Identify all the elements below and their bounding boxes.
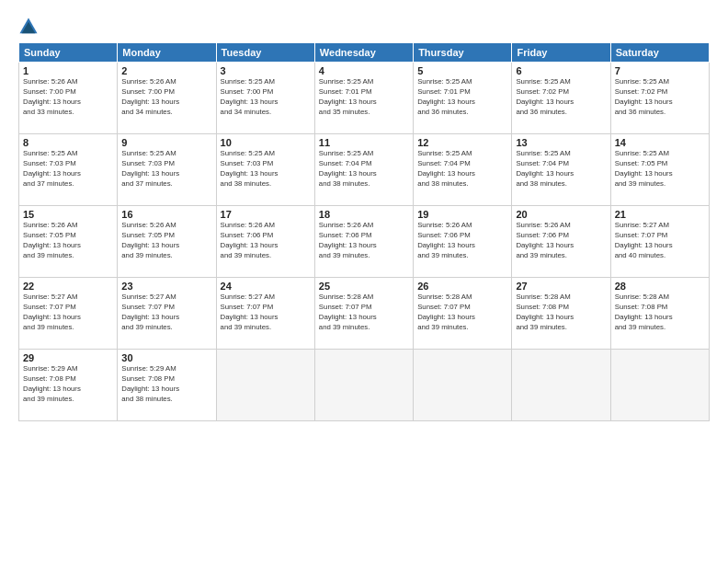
calendar-day-18: 18Sunrise: 5:26 AM Sunset: 7:06 PM Dayli… (314, 206, 413, 278)
day-number: 1 (23, 65, 113, 76)
calendar-day-12: 12Sunrise: 5:25 AM Sunset: 7:04 PM Dayli… (414, 134, 512, 206)
calendar-day-empty (610, 350, 709, 421)
day-number: 17 (221, 209, 311, 220)
day-number: 6 (516, 65, 606, 76)
calendar-day-2: 2Sunrise: 5:26 AM Sunset: 7:00 PM Daylig… (118, 63, 216, 134)
day-number: 14 (615, 137, 705, 148)
calendar-day-26: 26Sunrise: 5:28 AM Sunset: 7:07 PM Dayli… (414, 278, 512, 350)
calendar-day-9: 9Sunrise: 5:25 AM Sunset: 7:03 PM Daylig… (118, 134, 216, 206)
calendar-day-24: 24Sunrise: 5:27 AM Sunset: 7:07 PM Dayli… (216, 278, 314, 350)
col-header-wednesday: Wednesday (314, 43, 413, 63)
day-info: Sunrise: 5:29 AM Sunset: 7:08 PM Dayligh… (23, 364, 113, 405)
calendar-day-10: 10Sunrise: 5:25 AM Sunset: 7:03 PM Dayli… (216, 134, 314, 206)
day-number: 7 (615, 65, 705, 76)
logo (18, 17, 42, 37)
day-number: 28 (615, 281, 705, 292)
calendar-day-empty (216, 350, 314, 421)
calendar-day-6: 6Sunrise: 5:25 AM Sunset: 7:02 PM Daylig… (512, 63, 610, 134)
calendar-week-1: 1Sunrise: 5:26 AM Sunset: 7:00 PM Daylig… (19, 63, 710, 134)
day-number: 18 (319, 209, 409, 220)
calendar-day-empty (314, 350, 413, 421)
day-info: Sunrise: 5:25 AM Sunset: 7:02 PM Dayligh… (516, 77, 606, 118)
calendar-day-13: 13Sunrise: 5:25 AM Sunset: 7:04 PM Dayli… (512, 134, 610, 206)
day-number: 13 (516, 137, 606, 148)
day-number: 3 (221, 65, 311, 76)
day-info: Sunrise: 5:26 AM Sunset: 7:06 PM Dayligh… (516, 221, 606, 261)
day-info: Sunrise: 5:26 AM Sunset: 7:05 PM Dayligh… (23, 221, 113, 261)
calendar-week-5: 29Sunrise: 5:29 AM Sunset: 7:08 PM Dayli… (19, 350, 710, 421)
calendar-day-19: 19Sunrise: 5:26 AM Sunset: 7:06 PM Dayli… (414, 206, 512, 278)
day-number: 20 (516, 209, 606, 220)
day-info: Sunrise: 5:25 AM Sunset: 7:01 PM Dayligh… (319, 77, 409, 118)
day-info: Sunrise: 5:25 AM Sunset: 7:04 PM Dayligh… (319, 149, 409, 190)
day-info: Sunrise: 5:25 AM Sunset: 7:03 PM Dayligh… (121, 149, 211, 190)
calendar-day-7: 7Sunrise: 5:25 AM Sunset: 7:02 PM Daylig… (610, 63, 709, 134)
day-info: Sunrise: 5:25 AM Sunset: 7:02 PM Dayligh… (615, 77, 705, 118)
calendar-day-23: 23Sunrise: 5:27 AM Sunset: 7:07 PM Dayli… (118, 278, 216, 350)
calendar-day-5: 5Sunrise: 5:25 AM Sunset: 7:01 PM Daylig… (414, 63, 512, 134)
day-number: 16 (121, 209, 211, 220)
calendar-day-14: 14Sunrise: 5:25 AM Sunset: 7:05 PM Dayli… (610, 134, 709, 206)
day-info: Sunrise: 5:25 AM Sunset: 7:04 PM Dayligh… (417, 149, 507, 190)
col-header-thursday: Thursday (414, 43, 512, 63)
calendar-day-empty (414, 350, 512, 421)
day-number: 5 (417, 65, 507, 76)
day-info: Sunrise: 5:27 AM Sunset: 7:07 PM Dayligh… (615, 221, 705, 261)
calendar-day-21: 21Sunrise: 5:27 AM Sunset: 7:07 PM Dayli… (610, 206, 709, 278)
day-info: Sunrise: 5:27 AM Sunset: 7:07 PM Dayligh… (221, 293, 311, 333)
calendar-day-16: 16Sunrise: 5:26 AM Sunset: 7:05 PM Dayli… (118, 206, 216, 278)
day-info: Sunrise: 5:26 AM Sunset: 7:06 PM Dayligh… (221, 221, 311, 261)
calendar-day-3: 3Sunrise: 5:25 AM Sunset: 7:00 PM Daylig… (216, 63, 314, 134)
day-info: Sunrise: 5:26 AM Sunset: 7:00 PM Dayligh… (121, 77, 211, 118)
calendar-week-4: 22Sunrise: 5:27 AM Sunset: 7:07 PM Dayli… (19, 278, 710, 350)
calendar-day-17: 17Sunrise: 5:26 AM Sunset: 7:06 PM Dayli… (216, 206, 314, 278)
calendar-day-1: 1Sunrise: 5:26 AM Sunset: 7:00 PM Daylig… (19, 63, 118, 134)
day-number: 26 (417, 281, 507, 292)
day-info: Sunrise: 5:26 AM Sunset: 7:06 PM Dayligh… (319, 221, 409, 261)
day-number: 8 (23, 137, 113, 148)
page: SundayMondayTuesdayWednesdayThursdayFrid… (0, 0, 728, 563)
day-number: 21 (615, 209, 705, 220)
day-info: Sunrise: 5:28 AM Sunset: 7:07 PM Dayligh… (417, 293, 507, 333)
day-info: Sunrise: 5:27 AM Sunset: 7:07 PM Dayligh… (121, 293, 211, 333)
calendar-day-empty (512, 350, 610, 421)
day-info: Sunrise: 5:28 AM Sunset: 7:08 PM Dayligh… (516, 293, 606, 333)
calendar-day-29: 29Sunrise: 5:29 AM Sunset: 7:08 PM Dayli… (19, 350, 118, 421)
day-number: 2 (121, 65, 211, 76)
day-info: Sunrise: 5:26 AM Sunset: 7:06 PM Dayligh… (417, 221, 507, 261)
day-info: Sunrise: 5:25 AM Sunset: 7:04 PM Dayligh… (516, 149, 606, 190)
col-header-saturday: Saturday (610, 43, 709, 63)
col-header-tuesday: Tuesday (216, 43, 314, 63)
day-info: Sunrise: 5:27 AM Sunset: 7:07 PM Dayligh… (23, 293, 113, 333)
col-header-monday: Monday (118, 43, 216, 63)
day-number: 22 (23, 281, 113, 292)
logo-icon (18, 17, 39, 37)
day-info: Sunrise: 5:25 AM Sunset: 7:00 PM Dayligh… (221, 77, 311, 118)
day-number: 4 (319, 65, 409, 76)
day-info: Sunrise: 5:25 AM Sunset: 7:03 PM Dayligh… (23, 149, 113, 190)
day-number: 11 (319, 137, 409, 148)
calendar-day-22: 22Sunrise: 5:27 AM Sunset: 7:07 PM Dayli… (19, 278, 118, 350)
day-number: 30 (121, 352, 211, 363)
day-number: 12 (417, 137, 507, 148)
calendar-day-28: 28Sunrise: 5:28 AM Sunset: 7:08 PM Dayli… (610, 278, 709, 350)
calendar-day-25: 25Sunrise: 5:28 AM Sunset: 7:07 PM Dayli… (314, 278, 413, 350)
col-header-sunday: Sunday (19, 43, 118, 63)
calendar-week-3: 15Sunrise: 5:26 AM Sunset: 7:05 PM Dayli… (19, 206, 710, 278)
calendar-day-8: 8Sunrise: 5:25 AM Sunset: 7:03 PM Daylig… (19, 134, 118, 206)
calendar-day-11: 11Sunrise: 5:25 AM Sunset: 7:04 PM Dayli… (314, 134, 413, 206)
day-number: 25 (319, 281, 409, 292)
day-info: Sunrise: 5:25 AM Sunset: 7:01 PM Dayligh… (417, 77, 507, 118)
calendar-day-15: 15Sunrise: 5:26 AM Sunset: 7:05 PM Dayli… (19, 206, 118, 278)
col-header-friday: Friday (512, 43, 610, 63)
day-number: 15 (23, 209, 113, 220)
day-number: 23 (121, 281, 211, 292)
day-number: 29 (23, 352, 113, 363)
day-info: Sunrise: 5:26 AM Sunset: 7:00 PM Dayligh… (23, 77, 113, 118)
day-info: Sunrise: 5:29 AM Sunset: 7:08 PM Dayligh… (121, 364, 211, 405)
day-info: Sunrise: 5:25 AM Sunset: 7:03 PM Dayligh… (221, 149, 311, 190)
day-number: 24 (221, 281, 311, 292)
day-info: Sunrise: 5:28 AM Sunset: 7:07 PM Dayligh… (319, 293, 409, 333)
day-number: 27 (516, 281, 606, 292)
day-info: Sunrise: 5:26 AM Sunset: 7:05 PM Dayligh… (121, 221, 211, 261)
